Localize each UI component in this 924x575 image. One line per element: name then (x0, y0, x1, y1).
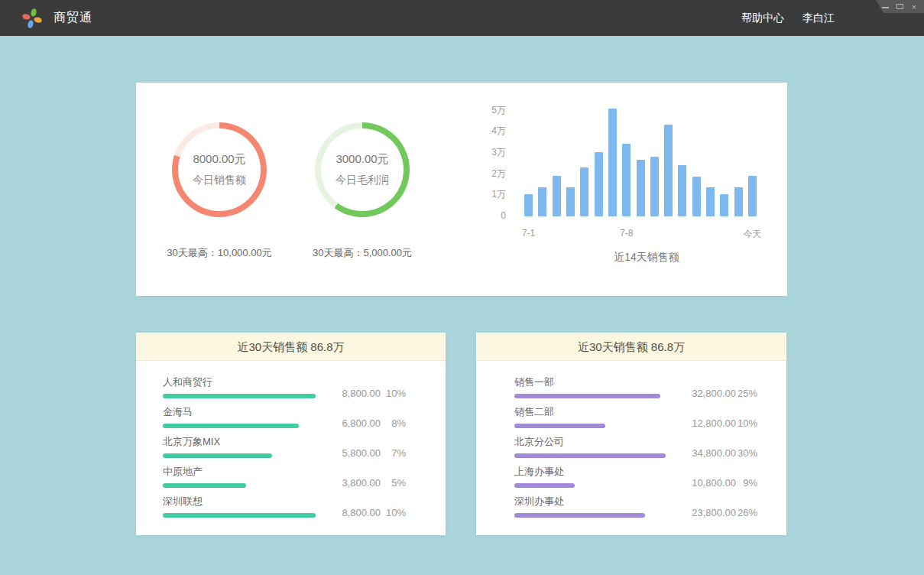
list-item: 人和商贸行8,800.0010% (163, 376, 406, 398)
list-item: 金海马6,800.008% (163, 406, 406, 428)
window-controls: × (876, 0, 924, 13)
today-profit-caption: 今日毛利润 (336, 174, 389, 187)
close-icon[interactable]: × (910, 3, 918, 11)
y-tick-label: 1万 (457, 189, 506, 200)
bar (664, 125, 673, 216)
bar (608, 109, 617, 216)
bar (748, 176, 757, 216)
item-value: 6,800.00 (316, 418, 381, 429)
item-progress-bar (514, 513, 645, 518)
item-percent: 10% (381, 508, 406, 518)
today-profit-donut: 3000.00元 今日毛利润 (315, 122, 410, 217)
user-menu[interactable]: 李白江 (802, 11, 835, 25)
help-center-link[interactable]: 帮助中心 (741, 11, 784, 25)
list-item: 上海办事处10,800.009% (514, 466, 757, 488)
today-sales-value: 8000.00元 (193, 152, 245, 167)
bar (553, 176, 561, 216)
y-tick-label: 2万 (457, 168, 506, 179)
item-name: 北京分公司 (514, 436, 667, 448)
rank-card-body-0: 人和商贸行8,800.0010%金海马6,800.008%北京万象MIX5,80… (136, 361, 446, 518)
list-item: 中原地产3,800.005% (163, 466, 406, 488)
item-progress-bar (163, 453, 272, 458)
x-tick-label: 今天 (744, 228, 762, 241)
department-ranking-title: 近30天销售额 86.8万 (476, 333, 786, 361)
item-name: 深圳联想 (163, 495, 316, 508)
item-percent: 26% (736, 508, 757, 518)
sales-bar-chart-yaxis: 01万2万3万4万5万 (457, 83, 506, 236)
sales-bar-chart-title: 近14天销售额 (530, 251, 763, 265)
customer-ranking-title: 近30天销售额 86.8万 (136, 333, 446, 361)
item-percent: 30% (736, 448, 757, 459)
bar (734, 187, 743, 216)
topbar: 商贸通 帮助中心 李白江 × (0, 0, 924, 36)
overview-card: 8000.00元 今日销售额 30天最高：10,000.00元 3000.00元… (136, 83, 787, 296)
item-value: 12,800.00 (667, 418, 736, 429)
item-percent: 25% (736, 388, 757, 399)
item-progress-bar (514, 424, 605, 428)
item-value: 8,800.00 (316, 508, 381, 518)
pinwheel-logo-icon (21, 8, 43, 29)
rank-card-body-1: 销售一部32,800.0025%销售二部12,800.0010%北京分公司34,… (476, 361, 786, 518)
item-value: 5,800.00 (316, 448, 381, 459)
item-name: 金海马 (163, 406, 316, 418)
item-percent: 8% (381, 418, 406, 429)
item-progress-bar (514, 394, 660, 398)
y-tick-label: 0 (457, 210, 506, 221)
today-sales-caption: 今日销售额 (193, 174, 246, 187)
bar (580, 167, 588, 216)
bar (595, 152, 603, 216)
bar (622, 144, 631, 216)
item-value: 23,800.00 (667, 508, 736, 518)
item-percent: 10% (381, 388, 406, 399)
customer-ranking-card: 近30天销售额 86.8万 人和商贸行8,800.0010%金海马6,800.0… (136, 333, 446, 535)
item-progress-bar (163, 394, 316, 398)
item-progress-bar (163, 483, 246, 488)
item-name: 深圳办事处 (514, 495, 667, 508)
list-item: 深圳联想8,800.0010% (163, 495, 406, 518)
item-progress-bar (163, 424, 299, 428)
list-item: 深圳办事处23,800.0026% (514, 495, 757, 518)
bar (566, 187, 575, 216)
item-percent: 7% (381, 448, 406, 459)
bar (650, 157, 659, 216)
item-value: 10,800.00 (667, 478, 736, 489)
bar (637, 160, 645, 216)
maximize-icon[interactable] (896, 3, 903, 11)
list-item: 销售一部32,800.0025% (514, 376, 757, 398)
item-value: 34,800.00 (667, 448, 736, 459)
bar (706, 187, 715, 216)
item-percent: 10% (736, 418, 757, 429)
item-name: 北京万象MIX (163, 436, 316, 448)
today-profit-value: 3000.00元 (336, 152, 388, 167)
minimize-icon[interactable] (881, 3, 889, 11)
bar (720, 194, 728, 216)
item-value: 3,800.00 (316, 478, 381, 489)
x-tick-label: 7-8 (620, 228, 633, 239)
item-value: 8,800.00 (316, 388, 381, 399)
list-item: 北京分公司34,800.0030% (514, 436, 757, 458)
sales-bar-chart-bars (524, 109, 757, 216)
app-title: 商贸通 (53, 10, 92, 26)
item-name: 中原地产 (163, 466, 316, 478)
y-tick-label: 4万 (457, 125, 506, 136)
item-progress-bar (514, 483, 575, 488)
today-profit-footnote: 30天最高：5,000.00元 (286, 246, 439, 260)
item-percent: 5% (381, 478, 406, 489)
item-name: 销售一部 (514, 376, 667, 388)
list-item: 销售二部12,800.0010% (514, 406, 757, 428)
list-item: 北京万象MIX5,800.007% (163, 436, 406, 458)
bar (692, 177, 701, 216)
brand: 商贸通 (21, 8, 92, 29)
item-percent: 9% (736, 478, 757, 489)
item-name: 销售二部 (514, 406, 667, 418)
item-name: 上海办事处 (514, 466, 667, 478)
today-sales-donut: 8000.00元 今日销售额 (172, 122, 267, 217)
y-tick-label: 5万 (457, 105, 506, 115)
top-nav: 帮助中心 李白江 (741, 11, 924, 25)
item-value: 32,800.00 (667, 388, 736, 399)
item-progress-bar (163, 513, 316, 518)
department-ranking-card: 近30天销售额 86.8万 销售一部32,800.0025%销售二部12,800… (476, 333, 786, 535)
today-profit-block: 3000.00元 今日毛利润 30天最高：5,000.00元 (286, 122, 439, 260)
item-name: 人和商贸行 (163, 376, 316, 388)
bar (678, 165, 686, 216)
